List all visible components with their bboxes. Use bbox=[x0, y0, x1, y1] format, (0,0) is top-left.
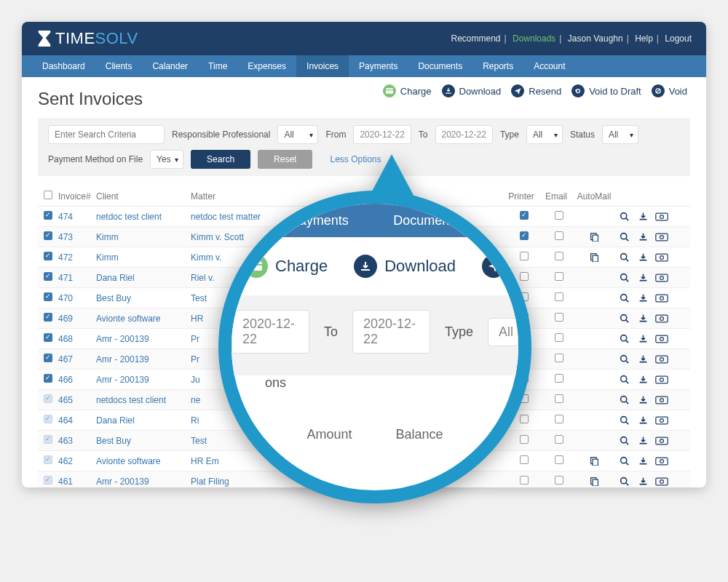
copy-icon[interactable] bbox=[574, 456, 614, 466]
payment-icon[interactable] bbox=[652, 436, 671, 445]
email-checkbox[interactable] bbox=[555, 435, 563, 444]
charge-action[interactable]: Charge bbox=[383, 84, 432, 97]
lens-nav-payments[interactable]: Payments bbox=[290, 213, 349, 228]
invoice-number[interactable]: 474 bbox=[58, 212, 96, 222]
void-action[interactable]: Void bbox=[652, 84, 687, 97]
email-checkbox[interactable] bbox=[555, 333, 563, 342]
downloads-link[interactable]: Downloads bbox=[513, 33, 555, 44]
view-icon[interactable] bbox=[614, 375, 633, 384]
payment-icon[interactable] bbox=[652, 416, 671, 425]
row-checkbox[interactable] bbox=[44, 211, 52, 220]
download-icon[interactable] bbox=[633, 232, 652, 242]
row-checkbox[interactable] bbox=[44, 394, 52, 403]
invoice-number[interactable]: 466 bbox=[58, 375, 96, 385]
view-icon[interactable] bbox=[614, 456, 633, 466]
invoice-number[interactable]: 469 bbox=[58, 314, 96, 324]
lens-charge[interactable]: Charge bbox=[245, 255, 328, 278]
search-input[interactable] bbox=[48, 125, 165, 144]
payment-icon[interactable] bbox=[652, 314, 671, 323]
view-icon[interactable] bbox=[614, 415, 633, 425]
row-checkbox[interactable] bbox=[44, 435, 52, 444]
lens-resend[interactable] bbox=[482, 255, 505, 278]
lens-download[interactable]: Download bbox=[354, 255, 456, 278]
view-icon[interactable] bbox=[614, 334, 633, 343]
lens-nav-documents[interactable]: Documents bbox=[393, 213, 459, 228]
invoice-number[interactable]: 463 bbox=[58, 436, 96, 446]
email-checkbox[interactable] bbox=[555, 272, 563, 281]
invoice-number[interactable]: 473 bbox=[58, 232, 96, 242]
invoice-number[interactable]: 468 bbox=[58, 334, 96, 344]
email-checkbox[interactable] bbox=[555, 252, 563, 260]
row-checkbox[interactable] bbox=[44, 354, 52, 362]
download-icon[interactable] bbox=[633, 273, 652, 282]
row-checkbox[interactable] bbox=[44, 292, 52, 301]
row-checkbox[interactable] bbox=[44, 476, 52, 485]
payment-icon[interactable] bbox=[652, 233, 671, 242]
responsible-select[interactable]: All bbox=[277, 125, 318, 144]
search-button[interactable]: Search bbox=[191, 150, 250, 169]
view-icon[interactable] bbox=[614, 232, 633, 242]
nav-payments[interactable]: Payments bbox=[349, 55, 408, 77]
row-checkbox[interactable] bbox=[44, 455, 52, 464]
nav-documents[interactable]: Documents bbox=[408, 55, 472, 77]
nav-calendar[interactable]: Calander bbox=[142, 55, 198, 77]
email-checkbox[interactable] bbox=[555, 354, 563, 362]
email-checkbox[interactable] bbox=[555, 455, 563, 464]
view-icon[interactable] bbox=[614, 314, 633, 323]
type-select[interactable]: All bbox=[526, 125, 563, 144]
client-link[interactable]: Kimm bbox=[96, 232, 191, 242]
invoice-number[interactable]: 470 bbox=[58, 293, 96, 303]
reset-button[interactable]: Reset bbox=[258, 150, 312, 169]
nav-reports[interactable]: Reports bbox=[472, 55, 523, 77]
client-link[interactable]: Dana Riel bbox=[96, 415, 191, 426]
invoice-number[interactable]: 462 bbox=[58, 456, 96, 466]
nav-account[interactable]: Account bbox=[523, 55, 575, 77]
client-link[interactable]: Amr - 200139 bbox=[96, 477, 191, 487]
payment-icon[interactable] bbox=[652, 396, 671, 404]
email-checkbox[interactable] bbox=[555, 476, 563, 485]
email-checkbox[interactable] bbox=[555, 374, 563, 383]
payment-icon[interactable] bbox=[652, 375, 671, 384]
payment-method-select[interactable]: Yes bbox=[150, 150, 183, 169]
email-checkbox[interactable] bbox=[555, 313, 563, 322]
client-link[interactable]: Best Buy bbox=[96, 436, 191, 446]
view-icon[interactable] bbox=[614, 436, 633, 445]
logout-link[interactable]: Logout bbox=[665, 33, 692, 44]
row-checkbox[interactable] bbox=[44, 272, 52, 281]
client-link[interactable]: Avionte software bbox=[96, 314, 191, 324]
payment-icon[interactable] bbox=[652, 212, 671, 221]
download-icon[interactable] bbox=[633, 415, 652, 425]
copy-icon[interactable] bbox=[574, 232, 614, 242]
view-icon[interactable] bbox=[614, 252, 633, 262]
email-checkbox[interactable] bbox=[555, 211, 563, 220]
email-checkbox[interactable] bbox=[555, 292, 563, 301]
download-action[interactable]: Download bbox=[442, 84, 502, 97]
help-link[interactable]: Help bbox=[635, 33, 653, 44]
payment-icon[interactable] bbox=[652, 274, 671, 282]
email-checkbox[interactable] bbox=[555, 231, 563, 240]
select-all-checkbox[interactable] bbox=[44, 191, 52, 199]
download-icon[interactable] bbox=[633, 375, 652, 384]
client-link[interactable]: netdoc test client bbox=[96, 212, 191, 222]
payment-icon[interactable] bbox=[652, 294, 671, 303]
client-link[interactable]: Best Buy bbox=[96, 293, 191, 303]
download-icon[interactable] bbox=[633, 354, 652, 364]
view-icon[interactable] bbox=[614, 354, 633, 364]
view-icon[interactable] bbox=[614, 212, 633, 221]
download-icon[interactable] bbox=[633, 212, 652, 221]
email-checkbox[interactable] bbox=[555, 394, 563, 403]
nav-time[interactable]: Time bbox=[198, 55, 237, 77]
lens-from-date[interactable]: 2020-12-22 bbox=[232, 310, 309, 354]
row-checkbox[interactable] bbox=[44, 333, 52, 342]
status-select[interactable]: All bbox=[602, 125, 638, 144]
client-link[interactable]: Avionte software bbox=[96, 456, 191, 466]
lens-to-date[interactable]: 2020-12-22 bbox=[352, 310, 430, 354]
nav-dashboard[interactable]: Dashboard bbox=[32, 55, 95, 77]
invoice-number[interactable]: 472 bbox=[58, 252, 96, 263]
user-link[interactable]: Jason Vaughn bbox=[568, 33, 623, 44]
client-link[interactable]: Kimm bbox=[96, 252, 191, 263]
copy-icon[interactable] bbox=[574, 252, 614, 262]
row-checkbox[interactable] bbox=[44, 374, 52, 383]
email-checkbox[interactable] bbox=[555, 415, 563, 423]
nav-expenses[interactable]: Expenses bbox=[237, 55, 296, 77]
